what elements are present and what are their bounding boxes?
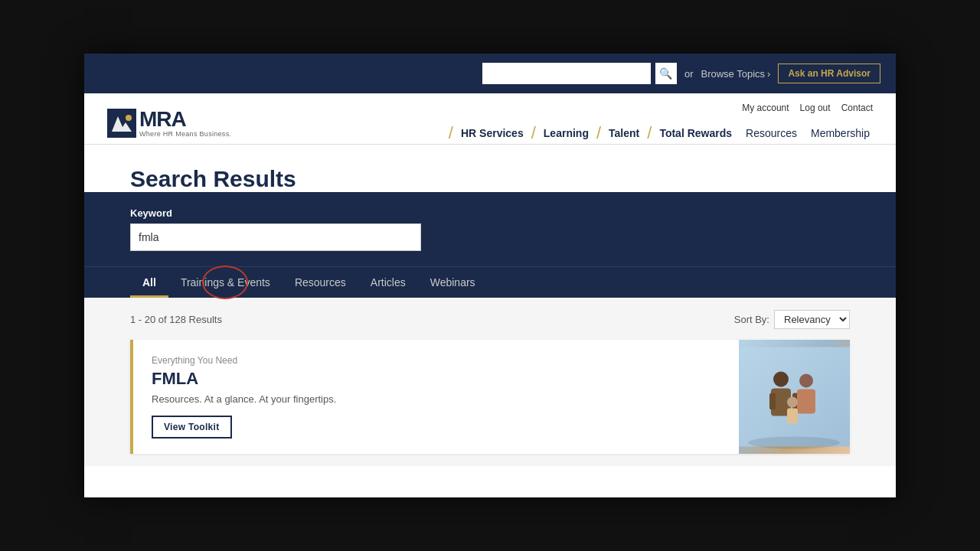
tab-resources[interactable]: Resources <box>283 267 358 298</box>
card-subtitle: Everything You Need <box>152 355 720 366</box>
nav-sep-4: / <box>647 125 652 142</box>
card-content: Everything You Need FMLA Resources. At a… <box>133 340 739 454</box>
top-search-button[interactable]: 🔍 <box>655 63 677 84</box>
svg-rect-11 <box>787 409 798 424</box>
card-image <box>739 340 850 454</box>
card-description: Resources. At a glance. At your fingerti… <box>152 393 720 405</box>
svg-point-2 <box>126 115 132 121</box>
or-text: or <box>684 68 694 80</box>
nav-sep-1: / <box>449 125 453 142</box>
logo-text-block: MRA Where HR Means Business. <box>139 109 231 138</box>
card-title: FMLA <box>152 369 720 389</box>
tab-webinars[interactable]: Webinars <box>418 267 488 298</box>
log-out-link[interactable]: Log out <box>800 103 831 113</box>
svg-point-4 <box>773 372 789 387</box>
logo-box[interactable]: MRA Where HR Means Business. <box>107 109 231 138</box>
filter-tabs: All Trainings & Events Resources Article… <box>84 266 896 298</box>
top-search-wrap: 🔍 <box>482 63 677 84</box>
outer-wrapper: 🔍 or Browse Topics › Ask an HR Advisor <box>0 0 980 551</box>
nav-membership[interactable]: Membership <box>808 122 873 144</box>
top-search-input[interactable] <box>482 63 651 84</box>
nav-resources[interactable]: Resources <box>743 122 800 144</box>
logo-tagline: Where HR Means Business. <box>139 130 231 138</box>
ask-advisor-button[interactable]: Ask an HR Advisor <box>778 64 880 83</box>
browse-topics-arrow: › <box>767 68 770 80</box>
view-toolkit-button[interactable]: View Toolkit <box>152 416 232 439</box>
svg-point-12 <box>748 437 840 449</box>
search-section: Keyword <box>84 192 896 266</box>
svg-point-10 <box>787 397 798 408</box>
site-wrapper: 🔍 or Browse Topics › Ask an HR Advisor <box>84 54 896 497</box>
svg-rect-0 <box>107 109 136 138</box>
my-account-link[interactable]: My account <box>742 103 789 113</box>
tab-trainings-events[interactable]: Trainings & Events <box>168 267 283 298</box>
logo-mra-text: MRA <box>139 109 231 130</box>
keyword-label: Keyword <box>130 207 850 219</box>
header-account-links: My account Log out Contact <box>742 103 873 113</box>
svg-rect-6 <box>769 393 776 410</box>
top-bar: 🔍 or Browse Topics › Ask an HR Advisor <box>84 54 896 93</box>
keyword-input[interactable] <box>130 223 421 251</box>
main-nav: / HR Services / Learning / Talent / Tota… <box>444 122 873 144</box>
header: MRA Where HR Means Business. My account … <box>84 93 896 145</box>
nav-talent[interactable]: Talent <box>606 122 642 144</box>
keyword-input-wrap <box>130 223 850 251</box>
sort-select[interactable]: Relevancy Date Title <box>774 310 850 329</box>
nav-sep-3: / <box>596 125 601 142</box>
sort-wrap: Sort By: Relevancy Date Title <box>734 310 850 329</box>
header-right: My account Log out Contact / HR Services… <box>444 103 873 144</box>
sort-by-label: Sort By: <box>734 314 769 325</box>
contact-link[interactable]: Contact <box>841 103 873 113</box>
card-image-svg <box>739 340 850 454</box>
nav-sep-2: / <box>531 125 536 142</box>
nav-total-rewards[interactable]: Total Rewards <box>656 122 735 144</box>
results-count: 1 - 20 of 128 Results <box>130 314 222 325</box>
tab-articles[interactable]: Articles <box>358 267 418 298</box>
svg-rect-9 <box>797 390 815 414</box>
svg-point-8 <box>799 374 813 388</box>
header-inner: MRA Where HR Means Business. My account … <box>107 103 873 144</box>
browse-topics-label: Browse Topics <box>701 68 765 80</box>
content-area: Search Results <box>84 145 896 192</box>
page-title: Search Results <box>130 166 850 192</box>
tab-all[interactable]: All <box>130 267 168 298</box>
nav-learning[interactable]: Learning <box>541 122 592 144</box>
browse-topics-link[interactable]: Browse Topics › <box>701 68 770 80</box>
logo-area: MRA Where HR Means Business. <box>107 109 231 138</box>
results-area: 1 - 20 of 128 Results Sort By: Relevancy… <box>84 298 896 466</box>
nav-hr-services[interactable]: HR Services <box>458 122 527 144</box>
results-header: 1 - 20 of 128 Results Sort By: Relevancy… <box>130 310 850 329</box>
logo-icon <box>107 109 136 138</box>
result-card: Everything You Need FMLA Resources. At a… <box>130 340 850 454</box>
